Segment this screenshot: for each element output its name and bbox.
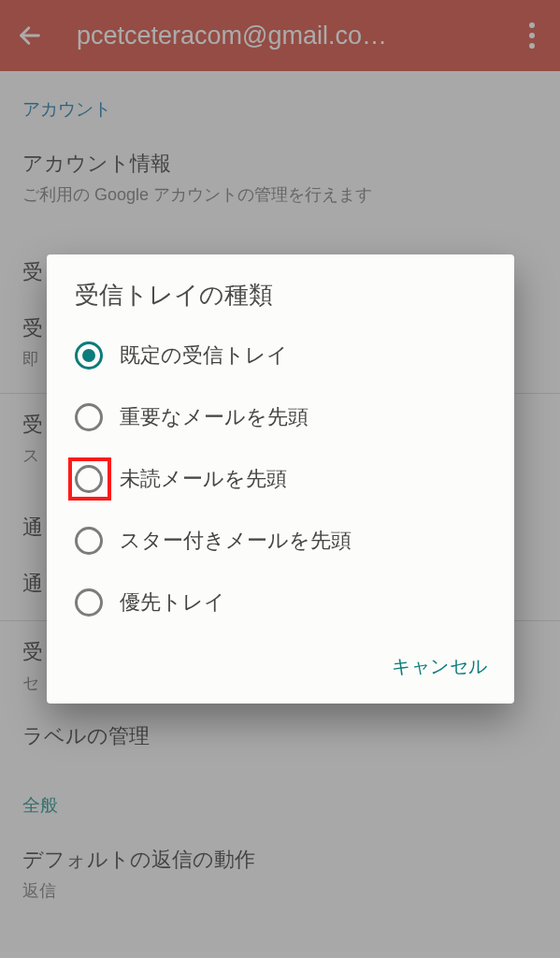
radio-option[interactable]: 未読メールを先頭 xyxy=(47,448,514,510)
radio-button-icon[interactable] xyxy=(75,527,103,555)
cancel-button[interactable]: キャンセル xyxy=(392,654,488,679)
radio-button-icon[interactable] xyxy=(75,341,103,370)
dialog-wrap: 受信トレイの種類 既定の受信トレイ重要なメールを先頭未読メールを先頭スター付きメ… xyxy=(0,0,560,958)
inbox-type-dialog: 受信トレイの種類 既定の受信トレイ重要なメールを先頭未読メールを先頭スター付きメ… xyxy=(47,254,514,704)
radio-label: 既定の受信トレイ xyxy=(120,341,288,370)
radio-option[interactable]: 重要なメールを先頭 xyxy=(47,386,514,448)
radio-button-icon[interactable] xyxy=(75,403,103,431)
radio-option[interactable]: 既定の受信トレイ xyxy=(47,325,514,386)
radio-label: 未読メールを先頭 xyxy=(120,465,287,493)
radio-label: スター付きメールを先頭 xyxy=(120,527,352,555)
dialog-actions: キャンセル xyxy=(47,633,514,689)
dialog-title: 受信トレイの種類 xyxy=(47,279,514,325)
radio-label: 優先トレイ xyxy=(120,588,225,617)
radio-label: 重要なメールを先頭 xyxy=(120,403,309,431)
radio-option[interactable]: 優先トレイ xyxy=(47,572,514,633)
radio-button-icon[interactable] xyxy=(75,465,103,493)
radio-option[interactable]: スター付きメールを先頭 xyxy=(47,510,514,572)
radio-button-icon[interactable] xyxy=(75,588,103,617)
